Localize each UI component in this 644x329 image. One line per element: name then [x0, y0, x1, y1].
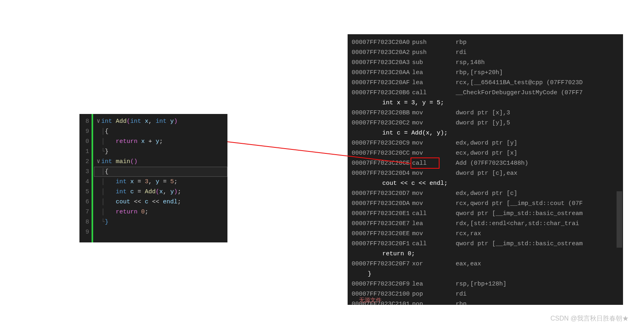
instruction-address: 00007FF7023C20BB: [352, 108, 412, 118]
disasm-instruction[interactable]: 00007FF7023C20DAmovrcx,qword ptr [__imp_…: [352, 199, 619, 209]
operands: rcx,[__656411BA_test@cpp (07FF7023D: [456, 79, 583, 86]
instruction-address: 00007FF7023C20D7: [352, 188, 412, 199]
operands: dword ptr [y],5: [456, 120, 510, 126]
fold-toggle-icon: [96, 187, 101, 197]
disasm-instruction[interactable]: 00007FF7023C2100poprdi: [352, 289, 619, 299]
line-number: 8: [79, 116, 92, 126]
instruction-address: 00007FF7023C20E7: [352, 219, 412, 229]
operands: rdi: [456, 49, 467, 56]
disasm-instruction[interactable]: 00007FF7023C20CCmovecx,dword ptr [x]: [352, 148, 619, 158]
disasm-instruction[interactable]: 00007FF7023C20E7leardx,[std::endl<char,s…: [352, 219, 619, 229]
disasm-instruction[interactable]: 00007FF7023C20BBmovdword ptr [x],3: [352, 108, 619, 118]
mnemonic: call: [412, 88, 456, 98]
instruction-address: 00007FF7023C20EE: [352, 229, 412, 239]
disassembly-listing[interactable]: 00007FF7023C20A0pushrbp00007FF7023C20A2p…: [352, 37, 619, 305]
disasm-instruction[interactable]: 00007FF7023C2101poprbp: [352, 299, 619, 305]
disasm-instruction[interactable]: 00007FF7023C20CEcallAdd (07FF7023C1488h): [352, 158, 619, 168]
operands: dword ptr [c],eax: [456, 170, 517, 177]
line-number: 9: [79, 227, 92, 237]
mnemonic: call: [412, 209, 456, 219]
source-line[interactable]: │ return 0;: [96, 207, 227, 217]
csdn-watermark: CSDN @我言秋日胜春朝★: [550, 315, 629, 323]
disasm-source-line[interactable]: cout << c << endl;: [352, 178, 619, 188]
instruction-address: 00007FF7023C20AF: [352, 78, 412, 88]
disasm-instruction[interactable]: 00007FF7023C20C9movedx,dword ptr [y]: [352, 138, 619, 148]
operands: rdx,[std::endl<char,std::char_trai: [456, 220, 579, 227]
line-number: 6: [79, 197, 92, 207]
fold-toggle-icon: [96, 217, 101, 227]
fold-toggle-icon: [96, 137, 101, 147]
source-line[interactable]: │{: [96, 167, 227, 177]
mnemonic: mov: [412, 188, 456, 199]
mnemonic: mov: [412, 229, 456, 239]
scrollbar-thumb[interactable]: [617, 191, 622, 248]
line-number: 2: [79, 157, 92, 167]
disasm-instruction[interactable]: 00007FF7023C20A0pushrbp: [352, 37, 619, 48]
mnemonic: call: [412, 239, 456, 249]
source-code-area[interactable]: ∨int Add(int x, int y) │{ │ return x + y…: [96, 116, 227, 237]
source-line[interactable]: │{: [96, 126, 227, 137]
source-line[interactable]: ∨int main(): [96, 157, 227, 167]
mnemonic: mov: [412, 118, 456, 128]
instruction-address: 00007FF7023C20C2: [352, 118, 412, 128]
operands: rdi: [456, 291, 467, 298]
disasm-instruction[interactable]: 00007FF7023C20B6call__CheckForDebuggerJu…: [352, 88, 619, 98]
disasm-instruction[interactable]: 00007FF7023C20A2pushrdi: [352, 48, 619, 58]
disasm-instruction[interactable]: 00007FF7023C20F9learsp,[rbp+128h]: [352, 279, 619, 289]
source-line[interactable]: ∨int Add(int x, int y): [96, 116, 227, 126]
disasm-instruction[interactable]: 00007FF7023C20A3subrsp,148h: [352, 58, 619, 68]
disasm-instruction[interactable]: 00007FF7023C20E1callqword ptr [__imp_std…: [352, 209, 619, 219]
call-instruction-highlight-box: [411, 157, 440, 169]
mnemonic: pop: [412, 299, 456, 305]
mnemonic: pop: [412, 289, 456, 299]
disasm-source-line[interactable]: int x = 3, y = 5;: [352, 98, 619, 108]
operands: rcx,rax: [456, 230, 481, 237]
disasm-instruction[interactable]: 00007FF7023C20D7movedx,dword ptr [c]: [352, 188, 619, 199]
instruction-address: 00007FF7023C20F9: [352, 279, 412, 289]
fold-toggle-icon[interactable]: ∨: [96, 116, 101, 126]
mnemonic: lea: [412, 78, 456, 88]
instruction-address: 00007FF7023C20A3: [352, 58, 412, 68]
source-line[interactable]: [96, 227, 227, 237]
disasm-source-line[interactable]: return 0;: [352, 249, 619, 259]
source-line[interactable]: │ int x = 3, y = 5;: [96, 177, 227, 187]
mnemonic: push: [412, 48, 456, 58]
mnemonic: mov: [412, 108, 456, 118]
operands: ecx,dword ptr [x]: [456, 150, 517, 157]
operands: rbp: [456, 301, 467, 305]
disasm-source-line[interactable]: int c = Add(x, y);: [352, 128, 619, 138]
disasm-instruction[interactable]: 00007FF7023C20F1callqword ptr [__imp_std…: [352, 239, 619, 249]
source-line[interactable]: │ return x + y;: [96, 137, 227, 147]
mnemonic: lea: [412, 68, 456, 78]
fold-toggle-icon: [96, 197, 101, 207]
line-number: 7: [79, 207, 92, 217]
disasm-instruction[interactable]: 00007FF7023C20EEmovrcx,rax: [352, 229, 619, 239]
source-editor-panel[interactable]: 890123456789 ∨int Add(int x, int y) │{ │…: [79, 114, 227, 242]
disassembly-panel[interactable]: 00007FF7023C20A0pushrbp00007FF7023C20A2p…: [348, 34, 623, 305]
fold-toggle-icon[interactable]: ∨: [96, 157, 101, 167]
operands: rbp,[rsp+20h]: [456, 69, 503, 76]
disasm-instruction[interactable]: 00007FF7023C20F7xoreax,eax: [352, 259, 619, 269]
disasm-instruction[interactable]: 00007FF7023C20AFlearcx,[__656411BA_test@…: [352, 78, 619, 88]
fold-toggle-icon: [96, 177, 101, 187]
source-line[interactable]: │ cout << c << endl;: [96, 197, 227, 207]
mnemonic: sub: [412, 58, 456, 68]
instruction-address: 00007FF7023C20C9: [352, 138, 412, 148]
operands: qword ptr [__imp_std::basic_ostream: [456, 240, 583, 247]
mnemonic: lea: [412, 219, 456, 229]
fold-toggle-icon: [96, 126, 101, 137]
source-line[interactable]: └}: [96, 147, 227, 157]
mnemonic: mov: [412, 168, 456, 178]
line-number: 8: [79, 217, 92, 227]
disasm-instruction[interactable]: 00007FF7023C20AAlearbp,[rsp+20h]: [352, 68, 619, 78]
disasm-instruction[interactable]: 00007FF7023C20D4movdword ptr [c],eax: [352, 168, 619, 178]
operands: rcx,qword ptr [__imp_std::cout (07F: [456, 200, 583, 207]
operands: rbp: [456, 39, 467, 46]
source-line[interactable]: └}: [96, 217, 227, 227]
mnemonic: mov: [412, 199, 456, 209]
source-line[interactable]: │ int c = Add(x, y);: [96, 187, 227, 197]
operands: Add (07FF7023C1488h): [456, 160, 528, 167]
disasm-source-line[interactable]: }: [352, 269, 619, 279]
disasm-instruction[interactable]: 00007FF7023C20C2movdword ptr [y],5: [352, 118, 619, 128]
line-number-gutter: 890123456789: [79, 114, 92, 242]
